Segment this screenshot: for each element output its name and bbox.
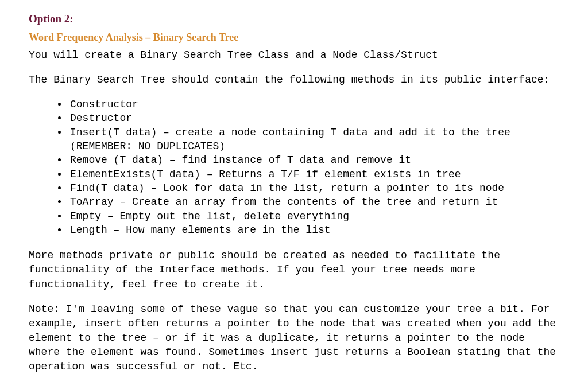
methods-list: Constructor Destructor Insert(T data) – … [29, 98, 559, 237]
list-item: Constructor [68, 98, 559, 111]
subtitle: Word Frequency Analysis – Binary Search … [29, 30, 559, 45]
list-item: Find(T data) – Look for data in the list… [68, 181, 559, 195]
list-item: Destructor [68, 111, 559, 125]
list-item: Length – How many elements are in the li… [68, 223, 559, 237]
interface-paragraph: The Binary Search Tree should contain th… [29, 73, 559, 87]
list-item: Insert(T data) – create a node containin… [68, 126, 559, 154]
option-title: Option 2: [29, 11, 559, 27]
note-paragraph: Note: I'm leaving some of these vague so… [29, 302, 559, 375]
list-item: ToArray – Create an array from the conte… [68, 195, 559, 209]
more-methods-paragraph: More methods private or public should be… [29, 248, 559, 292]
list-item: Empty – Empty out the list, delete every… [68, 209, 559, 223]
list-item: ElementExists(T data) – Returns a T/F if… [68, 167, 559, 181]
list-item: Remove (T data) – find instance of T dat… [68, 153, 559, 167]
intro-paragraph: You will create a Binary Search Tree Cla… [29, 48, 559, 63]
